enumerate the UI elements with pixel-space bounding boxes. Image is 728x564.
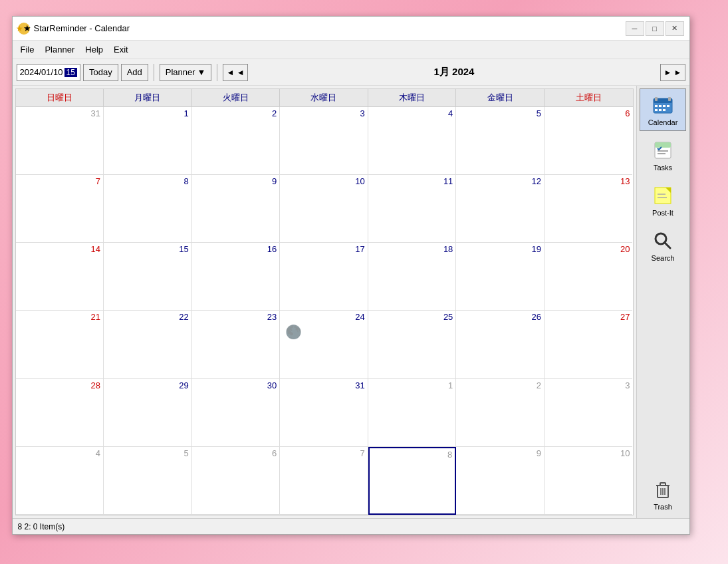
title-bar-left: ★ StarReminder - Calendar (18, 23, 130, 35)
planner-dropdown-icon: ▼ (197, 67, 206, 77)
svg-rect-2 (655, 97, 658, 101)
svg-rect-9 (659, 109, 662, 111)
table-row[interactable]: 2 (456, 379, 545, 447)
sidebar-item-trash[interactable]: Trash (640, 473, 686, 515)
table-row[interactable]: 1 (104, 107, 192, 175)
table-row[interactable]: 3 (280, 107, 368, 175)
status-bar: 8 2: 0 Item(s) (13, 518, 689, 534)
add-button[interactable]: Add (121, 64, 148, 81)
maximize-button[interactable]: □ (646, 21, 664, 36)
table-row[interactable]: 12 (456, 175, 545, 243)
calendar-header: 日曜日 月曜日 火曜日 水曜日 木曜日 金曜日 土曜日 (16, 89, 633, 107)
table-row[interactable]: 20 (545, 243, 633, 311)
sidebar-label-tasks: Tasks (654, 164, 672, 172)
selected-day-cell[interactable]: 8 (368, 447, 457, 515)
table-row[interactable]: 25 (368, 311, 457, 378)
main-content: 日曜日 月曜日 火曜日 水曜日 木曜日 金曜日 土曜日 31 1 2 3 4 5… (13, 86, 689, 518)
table-row[interactable]: 10 (280, 175, 368, 243)
planner-button[interactable]: Planner ▼ (160, 64, 212, 81)
table-row[interactable]: 4 (16, 447, 104, 515)
table-row[interactable]: 7 (280, 447, 368, 515)
calendar-svg (652, 94, 673, 116)
date-badge: 15 (64, 68, 77, 77)
menu-file[interactable]: File (15, 43, 40, 57)
table-row[interactable]: 5 (104, 447, 192, 515)
nav-prev2-button[interactable]: ◄ ◄ (223, 64, 247, 81)
svg-rect-8 (655, 109, 658, 111)
close-button[interactable]: ✕ (666, 21, 684, 36)
calendar-icon (651, 93, 675, 117)
minimize-button[interactable]: ─ (626, 21, 644, 36)
table-row[interactable]: 4 (368, 107, 457, 175)
title-bar: ★ StarReminder - Calendar ─ □ ✕ (13, 17, 689, 41)
nav-next1-button[interactable]: ► ► (660, 64, 685, 81)
date-value: 2024/01/10 (20, 67, 63, 77)
search-svg (652, 230, 673, 251)
table-row[interactable]: 21 (16, 311, 104, 378)
menu-bar: File Planner Help Exit (13, 41, 689, 59)
sidebar-item-calendar[interactable]: Calendar (640, 88, 686, 131)
table-row[interactable]: 11 (368, 175, 457, 243)
header-friday: 金曜日 (456, 89, 545, 106)
header-sunday: 日曜日 (16, 89, 104, 106)
table-row[interactable]: 28 (16, 379, 104, 447)
table-row[interactable]: 13 (545, 175, 633, 243)
table-row[interactable]: 5 (456, 107, 545, 175)
sidebar: Calendar Tasks (636, 86, 689, 518)
sidebar-item-search[interactable]: Search (640, 224, 686, 267)
table-row[interactable]: 9 (192, 175, 281, 243)
table-row[interactable]: 7 (16, 175, 104, 243)
table-row[interactable]: 27 (545, 311, 633, 378)
search-icon (651, 229, 675, 253)
table-row[interactable]: 19 (456, 243, 545, 311)
menu-help[interactable]: Help (80, 43, 108, 57)
table-row[interactable]: 22 (104, 311, 192, 378)
table-row[interactable]: 9 (456, 447, 545, 515)
postit-icon (651, 184, 675, 208)
menu-planner[interactable]: Planner (39, 43, 80, 57)
planner-label: Planner (166, 67, 195, 77)
table-row[interactable]: 17 (280, 243, 368, 311)
app-icon: ★ (18, 23, 30, 35)
sidebar-item-tasks[interactable]: Tasks (640, 134, 686, 176)
tasks-svg (652, 140, 673, 161)
table-row[interactable]: 31 (280, 379, 368, 447)
table-row[interactable]: 10 (545, 447, 633, 515)
table-row[interactable]: 30 (192, 379, 281, 447)
sidebar-item-postit[interactable]: Post-It (640, 179, 686, 221)
table-row[interactable]: 15 (104, 243, 192, 311)
svg-rect-10 (663, 109, 666, 111)
moon-icon: 🌑 (285, 324, 302, 340)
table-row[interactable]: 6 (545, 107, 633, 175)
svg-line-20 (665, 243, 670, 248)
table-row[interactable]: 26 (456, 311, 545, 378)
table-row[interactable]: 2 (192, 107, 281, 175)
svg-rect-12 (655, 142, 671, 148)
month-title: 1月 2024 (251, 66, 658, 78)
table-row[interactable]: 1 (368, 379, 457, 447)
table-row[interactable]: 24 🌑 (280, 311, 368, 378)
today-button[interactable]: Today (83, 64, 118, 81)
table-row[interactable]: 23 (192, 311, 281, 378)
table-row[interactable]: 18 (368, 243, 457, 311)
svg-rect-23 (660, 483, 666, 486)
table-row[interactable]: 29 (104, 379, 192, 447)
svg-rect-5 (659, 105, 662, 107)
sidebar-label-calendar: Calendar (648, 118, 678, 126)
table-row[interactable]: 16 (192, 243, 281, 311)
toolbar-separator2 (217, 64, 217, 81)
trash-icon (651, 478, 675, 501)
table-row[interactable]: 8 (104, 175, 192, 243)
svg-rect-3 (668, 97, 671, 101)
table-row[interactable]: 31 (16, 107, 104, 175)
sidebar-label-trash: Trash (654, 503, 672, 511)
menu-exit[interactable]: Exit (108, 43, 134, 57)
status-text: 8 2: 0 Item(s) (18, 522, 65, 531)
table-row[interactable]: 6 (192, 447, 281, 515)
svg-rect-7 (667, 105, 669, 107)
header-saturday: 土曜日 (545, 89, 633, 106)
table-row[interactable]: 3 (545, 379, 633, 447)
header-wednesday: 水曜日 (280, 89, 368, 106)
trash-svg (652, 479, 673, 500)
table-row[interactable]: 14 (16, 243, 104, 311)
